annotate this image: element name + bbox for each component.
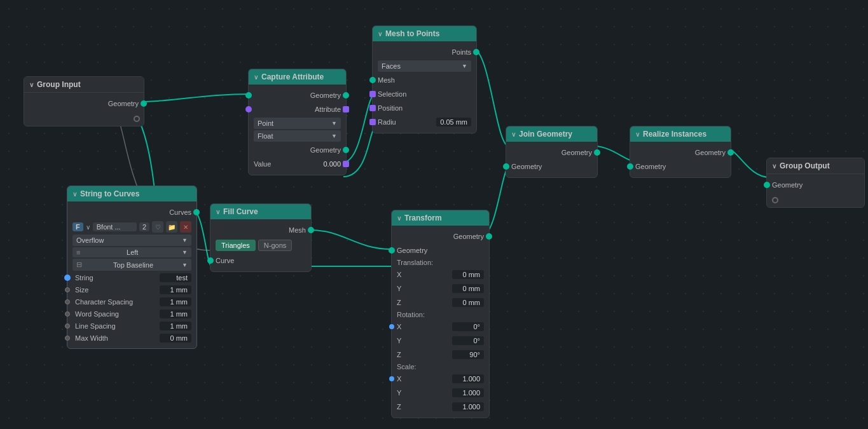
- transform-scale-label: Scale:: [392, 362, 489, 372]
- font-heart-btn[interactable]: ♡: [152, 221, 163, 233]
- string-to-curves-header: ∨ String to Curves: [67, 186, 196, 201]
- font-name[interactable]: Bfont ...: [93, 222, 137, 231]
- group-input-extra-socket: [134, 116, 140, 122]
- mesh-to-points-mesh-label: Mesh: [378, 76, 471, 84]
- string-to-curves-chevron[interactable]: ∨: [72, 191, 77, 198]
- capture-attr-value: 0.000: [323, 160, 341, 168]
- mesh-to-points-faces-dropdown[interactable]: Faces ▼: [378, 60, 471, 72]
- transform-output-row: Geometry: [392, 229, 489, 243]
- mesh-to-points-radius-label: Radiu: [378, 118, 436, 126]
- realize-instances-output-row: Geometry: [630, 146, 731, 160]
- triangles-tab[interactable]: Triangles: [216, 240, 256, 251]
- capture-attr-geometry-row: Geometry: [249, 88, 346, 102]
- group-output-chevron[interactable]: ∨: [772, 163, 776, 170]
- transform-sy-value[interactable]: 1.000: [452, 388, 484, 397]
- transform-sy-label: Y: [397, 389, 452, 397]
- string-to-curves-node: ∨ String to Curves Curves F ∨ Bfont ... …: [67, 186, 197, 349]
- transform-sz-value[interactable]: 1.000: [452, 402, 484, 411]
- pivot-dropdown[interactable]: ⊟ Top Baseline ▼: [72, 259, 191, 271]
- capture-attr-value-row: Value 0.000: [249, 157, 346, 171]
- capture-attr-point-dropdown[interactable]: Point ▼: [254, 118, 341, 129]
- word-spacing-value[interactable]: 1 mm: [160, 310, 191, 318]
- transform-ry-value[interactable]: 0°: [452, 336, 484, 345]
- fill-curve-title: Fill Curve: [223, 207, 258, 216]
- realize-instances-node: ∨ Realize Instances Geometry Geometry: [630, 126, 731, 178]
- transform-sy-row: Y 1.000: [392, 386, 489, 400]
- transform-sx-socket: [389, 376, 394, 381]
- string-to-curves-output-row: Curves: [67, 205, 196, 219]
- realize-instances-chevron[interactable]: ∨: [635, 131, 640, 138]
- overflow-dropdown[interactable]: Overflow ▼: [72, 235, 191, 246]
- mesh-to-points-node: ∨ Mesh to Points Points Faces ▼ Mesh Sel…: [372, 25, 477, 133]
- capture-attr-geo-in-socket: [245, 92, 252, 99]
- mesh-to-points-radius-value: 0.05 mm: [436, 118, 471, 126]
- group-input-node: ∨ Group Input Geometry: [24, 76, 144, 126]
- transform-tz-value[interactable]: 0 mm: [452, 298, 484, 307]
- fill-curve-curve-label: Curve: [216, 257, 306, 264]
- transform-rx-value[interactable]: 0°: [452, 322, 484, 331]
- fill-curve-chevron[interactable]: ∨: [216, 208, 220, 215]
- char-spacing-label: Character Spacing: [72, 298, 160, 306]
- font-folder-btn[interactable]: 📁: [166, 221, 177, 233]
- mesh-to-points-position-label: Position: [378, 104, 471, 112]
- string-to-curves-title: String to Curves: [80, 189, 139, 198]
- capture-attr-float-dropdown[interactable]: Float ▼: [254, 130, 341, 142]
- fill-curve-header: ∨ Fill Curve: [210, 204, 311, 219]
- join-geometry-title: Join Geometry: [519, 130, 572, 139]
- align-dropdown[interactable]: ≡ Left ▼: [72, 247, 191, 257]
- char-spacing-value[interactable]: 1 mm: [160, 297, 191, 306]
- line-spacing-socket: [65, 323, 70, 329]
- group-input-header: ∨ Group Input: [24, 77, 144, 93]
- transform-ty-value[interactable]: 0 mm: [452, 284, 484, 293]
- capture-attr-attribute-row: Attribute: [249, 102, 346, 116]
- transform-rz-value[interactable]: 90°: [452, 350, 484, 359]
- transform-sx-value[interactable]: 1.000: [452, 374, 484, 383]
- join-geometry-geo-out-label: Geometry: [511, 149, 592, 156]
- join-geometry-chevron[interactable]: ∨: [511, 131, 516, 138]
- font-close-btn[interactable]: ✕: [180, 221, 191, 233]
- realize-instances-geo-out-label: Geometry: [635, 149, 726, 156]
- size-value[interactable]: 1 mm: [160, 285, 191, 294]
- capture-attr-value-label: Value: [254, 160, 323, 168]
- mesh-to-points-selection-row: Selection: [373, 87, 476, 101]
- transform-header: ∨ Transform: [392, 210, 489, 226]
- fill-curve-mesh-row: Mesh: [210, 223, 311, 237]
- size-socket: [65, 287, 70, 292]
- transform-ty-label: Y: [397, 285, 452, 292]
- transform-node: ∨ Transform Geometry Geometry Translatio…: [391, 210, 490, 418]
- group-input-chevron[interactable]: ∨: [29, 81, 34, 88]
- mesh-to-points-output-row: Points: [373, 45, 476, 59]
- max-width-param-row: Max Width 0 mm: [67, 332, 196, 344]
- group-input-geometry-socket: [141, 100, 147, 107]
- mesh-to-points-position-row: Position: [373, 101, 476, 115]
- word-spacing-label: Word Spacing: [72, 310, 160, 318]
- transform-tx-value[interactable]: 0 mm: [452, 270, 484, 279]
- max-width-socket: [65, 336, 70, 341]
- group-output-geometry-label: Geometry: [772, 181, 859, 189]
- capture-attribute-header: ∨ Capture Attribute: [249, 69, 346, 85]
- mesh-to-points-chevron[interactable]: ∨: [378, 31, 382, 37]
- line-spacing-value[interactable]: 1 mm: [160, 322, 191, 330]
- string-to-curves-font-row: F ∨ Bfont ... 2 ♡ 📁 ✕: [72, 221, 191, 233]
- transform-ry-label: Y: [397, 337, 452, 344]
- max-width-value[interactable]: 0 mm: [160, 334, 191, 343]
- transform-tx-row: X 0 mm: [392, 268, 489, 282]
- transform-tx-label: X: [397, 271, 452, 278]
- overflow-label: Overflow: [76, 236, 104, 244]
- line-spacing-label: Line Spacing: [72, 322, 160, 330]
- transform-sz-row: Z 1.000: [392, 400, 489, 414]
- transform-chevron[interactable]: ∨: [397, 215, 401, 222]
- string-param-row: String test: [67, 272, 196, 283]
- capture-attr-attr-out-socket: [343, 106, 349, 112]
- join-geometry-input-row: Geometry: [506, 160, 597, 174]
- capture-attr-geo-out2-socket: [343, 147, 349, 153]
- line-spacing-param-row: Line Spacing 1 mm: [67, 320, 196, 332]
- capture-attr-chevron[interactable]: ∨: [254, 74, 258, 81]
- join-geometry-geo-in-label: Geometry: [511, 163, 592, 170]
- join-geometry-header: ∨ Join Geometry: [506, 126, 597, 142]
- font-badge: F: [72, 222, 83, 231]
- ngons-tab[interactable]: N-gons: [258, 240, 292, 251]
- transform-geo-out-label: Geometry: [397, 233, 484, 240]
- realize-instances-header: ∨ Realize Instances: [630, 126, 731, 142]
- string-value[interactable]: test: [160, 273, 191, 282]
